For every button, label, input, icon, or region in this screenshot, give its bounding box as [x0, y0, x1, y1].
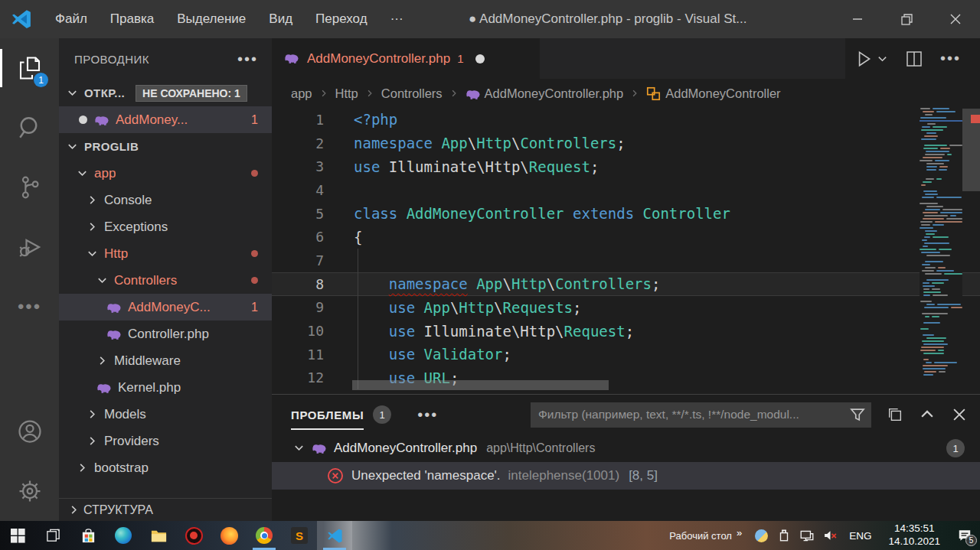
vscode-taskbar-icon[interactable] [317, 521, 352, 550]
menu-Файл[interactable]: Файл [44, 0, 99, 38]
account-icon[interactable] [0, 402, 59, 461]
breadcrumb-addmoneycontroller[interactable]: AddMoneyController [646, 86, 780, 101]
menu-bar: ФайлПравкаВыделениеВидПереход··· [44, 0, 415, 38]
menu-Вид[interactable]: Вид [257, 0, 304, 38]
code-line-4[interactable]: 4 [272, 178, 980, 202]
tree-item-models[interactable]: Models [59, 401, 272, 428]
problem-file-path: app\Http\Controllers [486, 441, 595, 455]
tab-problems[interactable]: ПРОБЛЕМЫ [291, 395, 364, 434]
system-tray: Рабочий стол » ENG 14:35:51 14.10.2021 5 [669, 521, 980, 550]
file-problem-count: 1 [946, 439, 965, 457]
code-line-3[interactable]: 3use Illuminate\Http\Request; [272, 155, 980, 178]
menu-Выделение[interactable]: Выделение [165, 0, 257, 38]
tree-item-bootstrap[interactable]: bootstrap [59, 454, 272, 481]
menu-Переход[interactable]: Переход [304, 0, 379, 38]
tree-item-exceptions[interactable]: Exceptions [59, 213, 272, 240]
code-line-6[interactable]: 6{ [272, 225, 980, 249]
volume-muted-icon[interactable] [818, 521, 841, 550]
open-editors-header[interactable]: ОТКР...НЕ СОХРАНЕНО: 1 [59, 80, 272, 106]
tree-item-console[interactable]: Console [59, 187, 272, 213]
start-button-icon[interactable] [0, 521, 35, 550]
weather-icon[interactable] [750, 521, 773, 550]
notification-center-icon[interactable]: 5 [949, 521, 980, 550]
task-view-icon[interactable] [35, 521, 70, 550]
vertical-scrollbar[interactable] [962, 108, 980, 394]
tree-item-app[interactable]: app [59, 160, 272, 187]
run-debug-icon[interactable] [0, 217, 59, 277]
restore-button[interactable] [882, 0, 931, 38]
breadcrumb-controllers[interactable]: Controllers [381, 86, 443, 101]
tab-error-count: 1 [457, 52, 463, 65]
tree-item-http[interactable]: Http [59, 240, 272, 267]
tree-item-proglib[interactable]: PROGLIB [59, 133, 272, 160]
more-views-icon[interactable]: ••• [0, 277, 59, 337]
source-control-icon[interactable] [0, 158, 59, 217]
editor-more-actions-button[interactable]: ••• [932, 38, 969, 79]
chrome-icon[interactable] [247, 521, 282, 550]
search-icon[interactable] [0, 98, 59, 158]
maximize-panel-icon[interactable] [919, 406, 936, 423]
close-panel-icon[interactable] [951, 406, 968, 423]
breadcrumb-app[interactable]: app [291, 86, 312, 101]
php-file-icon [94, 112, 109, 128]
collapse-all-icon[interactable] [887, 406, 903, 423]
tab-modified-dot[interactable] [475, 54, 485, 63]
scrollbar-thumb[interactable] [962, 109, 980, 191]
outline-section-header[interactable]: СТРУКТУРА [59, 498, 272, 521]
open-editor-item[interactable]: AddMoney...1 [59, 106, 272, 133]
tab-addmoneycontroller[interactable]: AddMoneyController.php 1 [272, 38, 540, 79]
minimize-button[interactable] [833, 0, 882, 38]
php-file-icon [466, 86, 480, 101]
sublime-text-icon[interactable]: S [282, 521, 317, 550]
problem-file-row[interactable]: AddMoneyController.php app\Http\Controll… [272, 434, 980, 462]
red-utility-app-icon[interactable] [176, 521, 211, 550]
usb-icon[interactable] [773, 521, 795, 550]
tree-item-controller-php[interactable]: Controller.php [59, 321, 272, 347]
firefox-icon[interactable] [211, 521, 247, 550]
vscode-logo-icon [10, 8, 33, 31]
tree-item-controllers[interactable]: Controllers [59, 267, 272, 294]
network-icon[interactable] [795, 521, 818, 550]
problems-panel: ПРОБЛЕМЫ 1 ••• AddMoneyControl [272, 394, 980, 521]
language-indicator[interactable]: ENG [849, 530, 871, 542]
explorer-badge: 1 [34, 73, 48, 87]
code-editor[interactable]: 1<?php2namespace App\Http\Controllers;3u… [272, 108, 980, 394]
menu-···[interactable]: ··· [379, 0, 415, 38]
code-line-9[interactable]: 9 use App\Http\Requests; [272, 296, 980, 320]
panel-more-tabs-icon[interactable]: ••• [417, 406, 438, 424]
run-button[interactable] [845, 38, 897, 79]
code-line-2[interactable]: 2namespace App\Http\Controllers; [272, 132, 980, 155]
settings-gear-icon[interactable] [0, 461, 59, 521]
microsoft-store-icon[interactable] [70, 521, 106, 550]
tree-item-kernel-php[interactable]: Kernel.php [59, 374, 272, 401]
tree-item-providers[interactable]: Providers [59, 428, 272, 454]
tree-item-middleware[interactable]: Middleware [59, 347, 272, 374]
code-line-7[interactable]: 7 [272, 249, 980, 272]
clock[interactable]: 14:35:51 14.10.2021 [888, 522, 940, 548]
filter-funnel-icon[interactable] [850, 407, 865, 422]
edge-icon[interactable] [106, 521, 141, 550]
breadcrumb-http[interactable]: Http [335, 86, 358, 101]
breadcrumb-separator-icon [319, 88, 328, 99]
minimap[interactable] [920, 108, 962, 394]
menu-Правка[interactable]: Правка [99, 0, 165, 38]
file-explorer-icon[interactable] [141, 521, 176, 550]
tray-expand-icon[interactable]: » [737, 527, 742, 539]
code-line-10[interactable]: 10 use Illuminate\Http\Request; [272, 319, 980, 343]
sidebar-actions-icon[interactable]: ••• [237, 50, 258, 68]
filter-input[interactable] [531, 402, 871, 428]
code-line-8[interactable]: 8 namespace App\Http\Controllers; [272, 272, 980, 296]
code-line-5[interactable]: 5class AddMoneyController extends Contro… [272, 202, 980, 226]
desktop-toolbar-label[interactable]: Рабочий стол [669, 530, 732, 542]
error-overview-mark [971, 115, 980, 123]
close-window-button[interactable] [931, 0, 980, 38]
tree-item-addmoneyc-[interactable]: AddMoneyC...1 [59, 294, 272, 321]
explorer-icon[interactable]: 1 [0, 38, 59, 98]
breadcrumb-separator-icon [365, 88, 374, 99]
code-line-11[interactable]: 11 use Validator; [272, 343, 980, 366]
problem-error-row[interactable]: Unexpected 'namespace'. intelephense(100… [272, 462, 980, 490]
split-editor-button[interactable] [897, 38, 932, 79]
breadcrumb-addmoneycontroller.php[interactable]: AddMoneyController.php [466, 86, 624, 101]
code-line-1[interactable]: 1<?php [272, 108, 980, 132]
horizontal-scrollbar[interactable] [352, 380, 609, 390]
